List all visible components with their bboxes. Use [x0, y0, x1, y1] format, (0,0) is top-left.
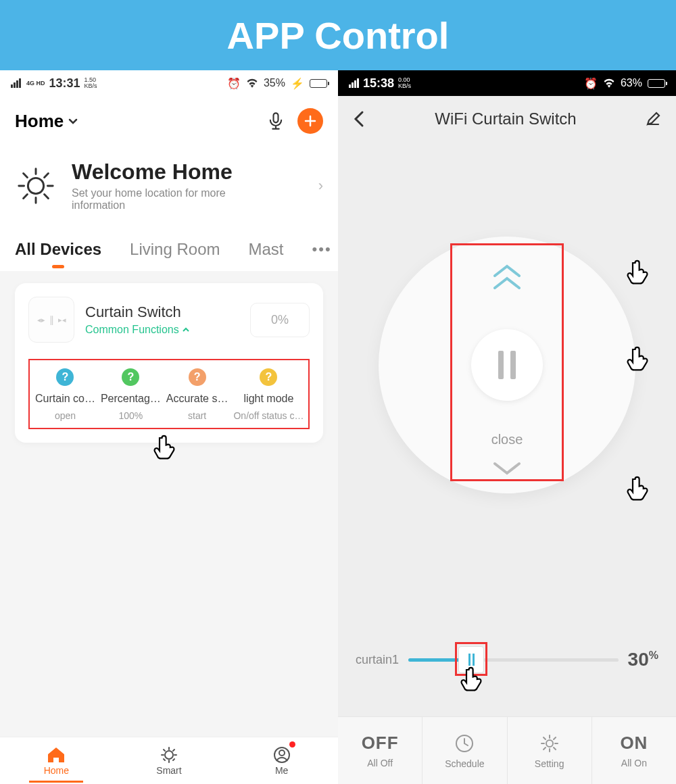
chevron-up-icon	[182, 326, 190, 334]
battery-pct: 63%	[621, 77, 642, 89]
status-kb: 0.00KB/s	[398, 77, 411, 89]
svg-point-0	[28, 178, 43, 193]
sun-icon	[15, 165, 57, 207]
home-selector[interactable]: Home	[15, 111, 78, 132]
bottom-nav: Home Smart Me	[0, 737, 338, 784]
nav-smart[interactable]: Smart	[113, 737, 226, 784]
common-functions-toggle[interactable]: Common Functions	[85, 324, 190, 336]
status-time: 15:38	[363, 76, 394, 91]
battery-icon	[310, 79, 327, 88]
screen-device-control: 15:38 0.00KB/s ⏰ 63% WiFi Curtain Switch	[338, 70, 676, 784]
home-icon	[47, 746, 66, 764]
close-label: close	[491, 432, 523, 447]
wifi-icon	[246, 78, 258, 88]
welcome-card[interactable]: Welcome Home Set your home location for …	[0, 146, 338, 232]
user-icon	[272, 746, 291, 764]
tabs-more[interactable]: •••	[312, 241, 332, 258]
clock-icon	[454, 733, 475, 754]
help-icon: ?	[56, 368, 74, 386]
function-light-mode[interactable]: ? light mode On/off status c…	[231, 368, 306, 421]
slider-label: curtain1	[356, 653, 399, 667]
help-icon: ?	[189, 368, 206, 386]
slider-handle[interactable]	[458, 646, 484, 673]
hand-cursor-icon	[623, 345, 652, 373]
status-bar: 4G HD 13:31 1.50KB/s ⏰ 35% ⚡	[0, 70, 338, 96]
plus-icon	[303, 114, 318, 128]
mic-button[interactable]	[266, 112, 285, 130]
chevron-right-icon: ›	[318, 177, 323, 195]
tab-all-devices[interactable]: All Devices	[15, 240, 101, 259]
hand-cursor-icon	[150, 433, 178, 462]
tab-living-room[interactable]: Living Room	[130, 240, 220, 259]
device-header: WiFi Curtain Switch	[338, 96, 676, 142]
wifi-icon	[603, 78, 615, 88]
alarm-icon: ⏰	[584, 77, 598, 90]
nav-me[interactable]: Me	[225, 737, 338, 784]
back-button[interactable]	[353, 109, 366, 128]
network-label: 4G HD	[26, 80, 45, 87]
function-accurate[interactable]: ? Accurate s… start	[164, 368, 231, 421]
all-off-button[interactable]: OFF All Off	[338, 717, 422, 784]
chevron-down-icon	[68, 116, 78, 126]
position-slider[interactable]	[408, 658, 619, 662]
room-tabs: All Devices Living Room Mast •••	[0, 232, 338, 271]
svg-point-5	[546, 740, 553, 747]
welcome-subtitle: Set your home location for more informat…	[72, 187, 247, 212]
svg-point-3	[279, 750, 285, 756]
notification-dot	[289, 741, 295, 748]
help-icon: ?	[122, 368, 139, 386]
close-button[interactable]	[488, 458, 526, 477]
device-percent[interactable]: 0%	[250, 303, 310, 337]
add-button[interactable]	[297, 108, 323, 134]
banner: APP Control	[0, 0, 676, 70]
hand-cursor-icon	[623, 474, 652, 503]
slider-percent: 30%	[628, 649, 658, 670]
status-kb: 1.50KB/s	[84, 77, 97, 89]
battery-icon	[648, 79, 665, 88]
device-card[interactable]: ◂▸∥▸◂ Curtain Switch Common Functions 0%…	[15, 283, 323, 443]
setting-button[interactable]: Setting	[508, 717, 592, 784]
status-time: 13:31	[49, 76, 80, 91]
edit-button[interactable]	[645, 111, 661, 127]
svg-point-1	[165, 751, 173, 759]
welcome-title: Welcome Home	[72, 160, 247, 185]
alarm-icon: ⏰	[227, 77, 241, 90]
banner-title: APP Control	[227, 14, 450, 57]
battery-pct: 35%	[264, 77, 285, 89]
device-thumbnail: ◂▸∥▸◂	[28, 297, 74, 343]
help-icon: ?	[260, 368, 277, 386]
all-on-button[interactable]: ON All On	[592, 717, 676, 784]
screen-home: 4G HD 13:31 1.50KB/s ⏰ 35% ⚡ Home	[0, 70, 338, 784]
function-curtain-control[interactable]: ? Curtain co… open	[32, 368, 98, 421]
gear-icon	[539, 733, 560, 754]
functions-row: ? Curtain co… open ? Percentag… 100% ? A…	[28, 359, 310, 429]
signal-icon	[349, 78, 359, 88]
nav-home[interactable]: Home	[0, 737, 113, 784]
tab-master[interactable]: Mast	[248, 240, 283, 259]
function-percentage[interactable]: ? Percentag… 100%	[98, 368, 164, 421]
device-title: WiFi Curtain Switch	[366, 109, 645, 128]
open-button[interactable]	[488, 262, 526, 292]
hand-cursor-icon	[623, 258, 652, 287]
app-header: Home	[0, 96, 338, 146]
schedule-button[interactable]: Schedule	[422, 717, 507, 784]
device-name: Curtain Switch	[85, 303, 190, 321]
charge-icon: ⚡	[291, 77, 304, 90]
signal-icon	[11, 78, 21, 88]
smart-icon	[160, 746, 178, 764]
status-bar: 15:38 0.00KB/s ⏰ 63%	[338, 70, 676, 96]
control-dial: close	[379, 237, 635, 493]
control-bottom-bar: OFF All Off Schedule Setting ON All On	[338, 716, 676, 784]
slider-area: curtain1 30%	[338, 649, 676, 710]
